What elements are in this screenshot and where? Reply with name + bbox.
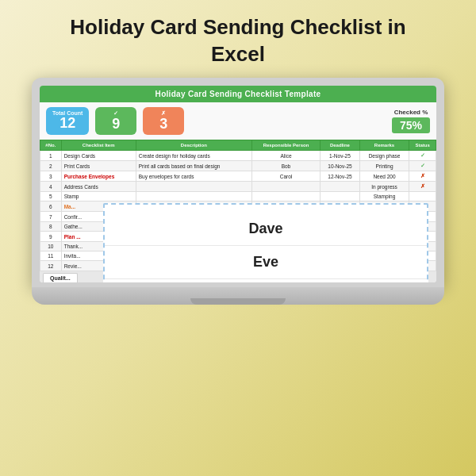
checked-pct-label: Checked % xyxy=(392,109,430,116)
sheet-tab-quality[interactable]: Qualit... xyxy=(43,273,78,282)
table-row: 1 Design Cards Create design for holiday… xyxy=(40,151,436,161)
checked-pct-value: 75% xyxy=(392,117,430,133)
status-x-icon: ✗ xyxy=(420,173,425,178)
col-status: Status xyxy=(409,140,436,151)
cell-remarks: Need 200 xyxy=(359,171,409,182)
unchecked-box: ✗ 3 xyxy=(143,107,184,136)
unchecked-value: 3 xyxy=(149,117,178,132)
table-container: #No. Checklist Item Description Responsi… xyxy=(40,140,436,271)
table-header: #No. Checklist Item Description Responsi… xyxy=(40,140,436,151)
table-row: 3 Purchase Envelopes Buy envelopes for c… xyxy=(40,171,436,182)
cell-deadline: 10-Nov-25 xyxy=(321,161,360,171)
cell-no: 12 xyxy=(40,261,62,271)
screen-bezel: Holiday Card Sending Checklist Template … xyxy=(32,78,444,288)
cell-deadline xyxy=(321,192,360,202)
total-count-box: Total Count 12 xyxy=(46,107,89,135)
col-no: #No. xyxy=(40,140,62,151)
cell-desc: Create design for holiday cards xyxy=(136,151,251,161)
laptop-base xyxy=(32,287,444,305)
checked-pct-box: Checked % 75% xyxy=(392,109,430,133)
status-check-icon: ✓ xyxy=(420,152,425,158)
page-title: Holiday Card Sending Checklist in Excel xyxy=(46,0,429,78)
laptop: Holiday Card Sending Checklist Template … xyxy=(32,78,444,305)
checked-value: 9 xyxy=(102,117,130,132)
cell-remarks: Design phase xyxy=(359,151,409,161)
cell-no: 10 xyxy=(40,242,62,251)
cell-no: 5 xyxy=(40,192,62,202)
cell-no: 8 xyxy=(40,222,62,232)
cell-deadline: 12-Nov-25 xyxy=(321,171,360,182)
cell-no: 4 xyxy=(40,182,62,192)
cell-person: Carol xyxy=(251,171,320,182)
table-row: 2 Print Cards Print all cards based on f… xyxy=(40,161,436,171)
status-x-icon: ✗ xyxy=(420,183,425,189)
status-check-icon: ✓ xyxy=(420,163,425,168)
cell-desc: Print all cards based on final design xyxy=(136,161,251,171)
cell-no: 7 xyxy=(40,212,62,222)
cell-person xyxy=(251,182,320,192)
checked-box: ✓ 9 xyxy=(95,107,136,136)
popup-item[interactable]: Dave xyxy=(105,213,427,246)
cell-status: ✗ xyxy=(409,171,436,182)
col-deadline: Deadline xyxy=(321,140,360,151)
sheet-header: Holiday Card Sending Checklist Template xyxy=(40,86,436,102)
cell-item: Address Cards xyxy=(61,182,136,192)
cell-no: 6 xyxy=(40,202,62,212)
cell-remarks: Printing xyxy=(359,161,409,171)
popup-item[interactable]: Frank xyxy=(105,279,427,282)
screen: Holiday Card Sending Checklist Template … xyxy=(40,86,436,283)
cell-deadline xyxy=(321,182,360,192)
stats-row: Total Count 12 ✓ 9 ✗ 3 Checked % 75% xyxy=(40,102,436,140)
cell-no: 3 xyxy=(40,171,62,182)
cell-status: ✗ xyxy=(409,182,436,192)
cell-remarks: Stamping xyxy=(359,192,409,202)
cell-status xyxy=(409,192,436,202)
table-row: 5 Stamp Stamping xyxy=(40,192,436,202)
col-person: Responsible Person xyxy=(251,140,320,151)
spreadsheet: Holiday Card Sending Checklist Template … xyxy=(40,86,436,283)
cell-person: Bob xyxy=(251,161,320,171)
cell-status: ✓ xyxy=(409,161,436,171)
col-desc: Description xyxy=(136,140,251,151)
cell-person xyxy=(251,192,320,202)
cell-item: Purchase Envelopes xyxy=(61,171,136,182)
cell-item: Design Cards xyxy=(61,151,136,161)
autocomplete-popup[interactable]: DaveEveFrankGraceHannahIanJake xyxy=(103,203,428,282)
cell-item: Print Cards xyxy=(61,161,136,171)
col-remarks: Remarks xyxy=(359,140,409,151)
col-item: Checklist Item xyxy=(61,140,136,151)
cell-no: 1 xyxy=(40,151,62,161)
cell-status: ✓ xyxy=(409,151,436,161)
table-row: 4 Address Cards In progress ✗ xyxy=(40,182,436,192)
cell-no: 9 xyxy=(40,232,62,242)
cell-deadline: 1-Nov-25 xyxy=(321,151,360,161)
total-count-value: 12 xyxy=(52,116,83,132)
cell-remarks: In progress xyxy=(359,182,409,192)
popup-item[interactable]: Eve xyxy=(105,246,427,279)
cell-desc xyxy=(136,192,251,202)
cell-desc: Buy envelopes for cards xyxy=(136,171,251,182)
cell-no: 11 xyxy=(40,251,62,261)
cell-person: Alice xyxy=(251,151,320,161)
cell-item: Stamp xyxy=(61,192,136,202)
cell-no: 2 xyxy=(40,161,62,171)
cell-desc xyxy=(136,182,251,192)
